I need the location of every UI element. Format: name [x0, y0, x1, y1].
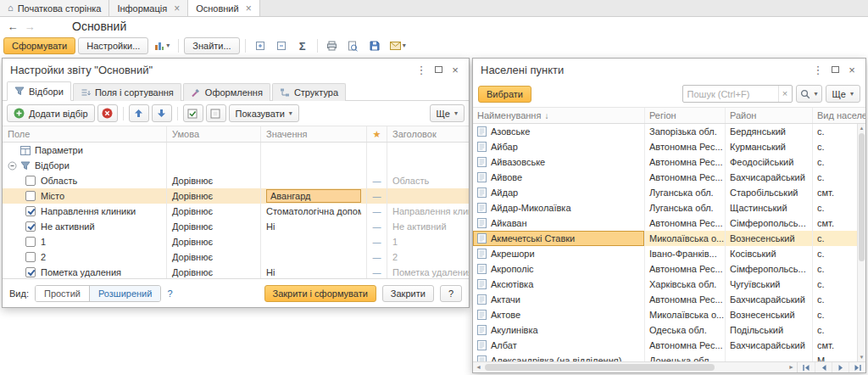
filter-header-cell[interactable]: Область [387, 173, 469, 188]
settlement-district-cell[interactable]: Вознесенський [726, 231, 813, 246]
settlement-name-cell[interactable]: Азовське [473, 124, 645, 139]
delete-filter-button[interactable] [97, 104, 118, 122]
filter-value-cell[interactable]: Стоматологічна допом... [261, 204, 367, 219]
settlement-region-cell[interactable]: Автономна Рес... [645, 292, 726, 307]
filter-checkbox[interactable] [25, 237, 36, 247]
settlement-name-cell[interactable]: Аксютівка [473, 277, 645, 292]
settlement-district-cell[interactable]: Бердянський [726, 124, 813, 139]
select-button[interactable]: Вибрати [478, 86, 531, 103]
scroll-left-icon[interactable]: ◄ [473, 362, 484, 372]
settlement-name-cell[interactable]: Акрешори [473, 246, 645, 261]
view-help-link[interactable]: ? [167, 288, 172, 299]
settlement-district-cell[interactable] [726, 353, 813, 361]
horizontal-scrollbar[interactable]: ◄ ► [473, 361, 865, 372]
settlement-region-cell[interactable]: Запорізька обл. [645, 124, 726, 139]
settlement-type-cell[interactable]: с. [813, 322, 857, 338]
filter-value-cell[interactable]: Ні [261, 219, 367, 234]
settlement-row[interactable]: Александрівка (на відділення) Донецька о… [473, 353, 857, 361]
settlement-row[interactable]: Айкаван Автономна Рес... Сімферопольсь..… [473, 215, 857, 231]
settlement-name-cell[interactable]: Айвове [473, 170, 645, 185]
tab-fields-sorting[interactable]: Поля і сортування [73, 83, 181, 101]
settlement-district-cell[interactable]: Бахчисарайський [726, 292, 813, 307]
filter-checkbox[interactable] [25, 252, 36, 262]
filter-condition-cell[interactable]: Дорівнює [167, 265, 261, 278]
dialog-close-button[interactable]: × [447, 61, 464, 78]
settlement-region-cell[interactable]: Автономна Рес... [645, 215, 726, 231]
save-button[interactable] [365, 37, 384, 54]
filter-value-cell[interactable] [261, 173, 367, 188]
settlement-type-cell[interactable]: с. [813, 277, 857, 292]
column-header[interactable]: Заголовок [387, 126, 469, 142]
settlement-type-cell[interactable]: с. [813, 139, 857, 154]
close-button[interactable]: Закрити [382, 285, 434, 302]
filters-more-button[interactable]: Ще ▾ [430, 104, 465, 122]
settlement-district-cell[interactable]: Феодосійський [726, 154, 813, 170]
filter-header-cell[interactable]: 2 [387, 249, 469, 265]
clear-search-icon[interactable]: × [778, 86, 792, 102]
settlement-region-cell[interactable]: Автономна Рес... [645, 261, 726, 277]
dialog-close-button[interactable]: × [843, 61, 860, 78]
settlement-type-cell[interactable]: с. [813, 292, 857, 307]
settlement-type-cell[interactable]: с. [813, 261, 857, 277]
filter-condition-cell[interactable]: Дорівнює [167, 188, 261, 204]
print-button[interactable] [323, 37, 342, 54]
filter-row[interactable]: Не активний Дорівнює Ні — Не активний [3, 219, 469, 234]
settlement-type-cell[interactable]: смт. [813, 338, 857, 353]
settlement-row[interactable]: Актове Миколаївська о... Вознесенський с… [473, 307, 857, 322]
settlement-region-cell[interactable]: Харківська обл. [645, 277, 726, 292]
settlement-district-cell[interactable]: Подільський [726, 322, 813, 338]
filter-condition-cell[interactable]: Дорівнює [167, 173, 261, 188]
settlement-row[interactable]: Акмечетські Ставки Миколаївська о... Воз… [473, 231, 857, 246]
tab-structure[interactable]: Структура [272, 83, 346, 101]
scroll-up-icon[interactable]: ▲ [860, 124, 865, 132]
filter-row[interactable]: Місто Дорівнює Авангард — [3, 188, 469, 204]
report-variants-button[interactable]: ▾ [151, 37, 173, 54]
settlement-region-cell[interactable]: Луганська обл. [645, 185, 726, 200]
tab-close-icon[interactable]: × [246, 3, 252, 14]
close-and-generate-button[interactable]: Закрити і сформувати [264, 285, 376, 302]
settlement-row[interactable]: Айвазовське Автономна Рес... Феодосійськ… [473, 154, 857, 170]
settlement-name-cell[interactable]: Айбар [473, 139, 645, 154]
settlement-row[interactable]: Актачи Автономна Рес... Бахчисарайський … [473, 292, 857, 307]
settlement-type-cell[interactable]: с. [813, 124, 857, 139]
settlement-name-cell[interactable]: Айдар [473, 185, 645, 200]
list-go-last-button[interactable] [849, 362, 865, 372]
filter-star-cell[interactable]: — [367, 234, 387, 249]
settlement-type-cell[interactable]: с. [813, 170, 857, 185]
filter-header-cell[interactable]: Пометка удаления [387, 265, 469, 278]
generate-button[interactable]: Сформувати [3, 37, 75, 54]
list-next-button[interactable] [832, 362, 849, 372]
list-go-first-button[interactable] [798, 362, 815, 372]
show-mode-button[interactable]: Показувати ▾ [229, 104, 299, 122]
clear-flags-button[interactable] [206, 104, 226, 122]
window-tab[interactable]: ⌂ Інформація × [109, 0, 188, 16]
list-prev-button[interactable] [815, 362, 832, 372]
filter-header-cell[interactable] [387, 188, 469, 204]
settlement-type-cell[interactable]: с. [813, 246, 857, 261]
settlement-row[interactable]: Акулинівка Одеська обл. Подільський с. [473, 322, 857, 338]
set-flags-button[interactable] [183, 104, 203, 122]
settlement-name-cell[interactable]: Акулинівка [473, 322, 645, 338]
filter-star-cell[interactable]: — [367, 173, 387, 188]
settlements-more-button[interactable]: Ще ▾ [826, 85, 860, 103]
filter-star-cell[interactable]: — [367, 188, 387, 204]
filters-group-row[interactable]: Відбори [3, 158, 469, 173]
send-email-button[interactable]: ▾ [387, 37, 409, 54]
dialog-menu-button[interactable]: ⋮ [413, 61, 430, 78]
filter-header-cell[interactable]: Направлення клиники [387, 204, 469, 219]
back-button[interactable]: ← [4, 19, 21, 34]
settlement-region-cell[interactable]: Миколаївська о... [645, 231, 726, 246]
settlement-row[interactable]: Айдар Луганська обл. Старобільський смт. [473, 185, 857, 200]
scroll-down-icon[interactable]: ▼ [860, 353, 865, 361]
settlement-district-cell[interactable]: Чугуївський [726, 277, 813, 292]
filter-checkbox[interactable] [25, 221, 36, 232]
settlement-district-cell[interactable]: Косівський [726, 246, 813, 261]
settlement-row[interactable]: Айдар-Миколаївка Луганська обл. Щастинсь… [473, 200, 857, 215]
settlement-name-cell[interactable]: Айдар-Миколаївка [473, 200, 645, 215]
filter-row[interactable]: 2 Дорівнює — 2 [3, 249, 469, 265]
settlement-name-cell[interactable]: Акмечетські Ставки [473, 231, 645, 246]
filter-header-cell[interactable]: 1 [387, 234, 469, 249]
column-value[interactable]: Значення [261, 126, 367, 142]
settlement-row[interactable]: Аксютівка Харківська обл. Чугуївський с. [473, 277, 857, 292]
column-type[interactable]: Вид населеного... [813, 108, 865, 123]
